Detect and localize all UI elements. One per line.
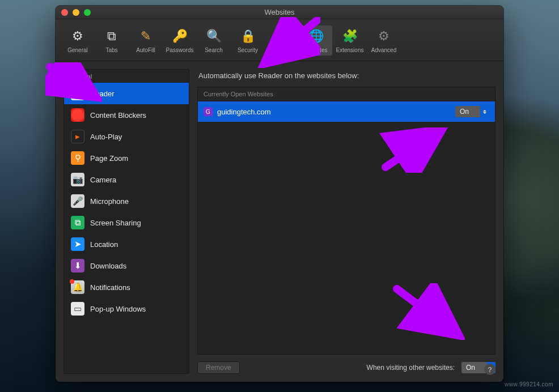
pagezoom-icon: ⚲	[71, 151, 84, 165]
sidebar: General ≡ReaderContent Blockers▸Auto-Pla…	[63, 69, 189, 374]
websites-table: Currently Open Websites Gguidingtech.com…	[197, 87, 496, 355]
screensharing-icon: ⧉	[71, 216, 84, 229]
close-button[interactable]	[61, 9, 68, 16]
sidebar-item-label: Reader	[90, 90, 115, 98]
tab-label: AutoFill	[136, 47, 155, 53]
minimize-button[interactable]	[73, 9, 79, 16]
tab-passwords[interactable]: 🔑Passwords	[163, 25, 196, 56]
tab-advanced[interactable]: ⚙Advanced	[367, 25, 400, 56]
traffic-lights	[61, 9, 91, 16]
contentblockers-icon	[71, 108, 84, 122]
sidebar-item-label: Auto-Play	[90, 133, 122, 141]
sidebar-item-screensharing[interactable]: ⧉Screen Sharing	[64, 212, 189, 233]
sidebar-item-pagezoom[interactable]: ⚲Page Zoom	[64, 147, 189, 169]
preferences-toolbar: ⚙General⧉Tabs✎AutoFill🔑Passwords🔍Search🔒…	[56, 19, 503, 61]
sidebar-item-popup[interactable]: ▭Pop-up Windows	[64, 298, 189, 319]
tab-label: Search	[205, 47, 223, 53]
footer-dropdown-value: On	[461, 364, 486, 372]
tab-label: Extensions	[336, 47, 364, 53]
window-body: General ≡ReaderContent Blockers▸Auto-Pla…	[56, 61, 503, 382]
window-title: Websites	[56, 8, 503, 16]
advanced-icon: ⚙	[375, 28, 392, 45]
sidebar-item-label: Microphone	[90, 197, 129, 206]
downloads-icon: ⬇	[71, 259, 84, 272]
sidebar-item-microphone[interactable]: 🎤Microphone	[64, 190, 189, 212]
privacy-icon: ✋	[273, 28, 290, 45]
help-button[interactable]: ?	[484, 364, 496, 375]
table-header: Currently Open Websites	[198, 87, 495, 101]
favicon-icon: G	[204, 107, 213, 116]
main-title: Automatically use Reader on the websites…	[198, 71, 494, 80]
popup-icon: ▭	[71, 302, 84, 316]
tabs-icon: ⧉	[103, 28, 120, 45]
websites-icon: 🌐	[307, 28, 324, 45]
search-icon: 🔍	[205, 28, 222, 45]
tab-label: Websites	[304, 47, 328, 53]
tab-search[interactable]: 🔍Search	[197, 25, 230, 56]
sidebar-section-header: General	[64, 70, 189, 83]
row-dropdown-value: On	[455, 108, 480, 116]
sidebar-item-label: Notifications	[90, 283, 130, 292]
tab-tabs[interactable]: ⧉Tabs	[95, 25, 128, 56]
location-icon: ➤	[71, 237, 84, 251]
reader-icon: ≡	[71, 87, 84, 100]
microphone-icon: 🎤	[71, 194, 84, 208]
maximize-button[interactable]	[84, 9, 91, 16]
updown-icon	[480, 106, 489, 117]
tab-privacy[interactable]: ✋Privacy	[265, 25, 298, 56]
tab-label: Passwords	[166, 47, 194, 53]
sidebar-item-downloads[interactable]: ⬇Downloads	[64, 255, 189, 276]
tab-general[interactable]: ⚙General	[61, 25, 94, 56]
table-row[interactable]: Gguidingtech.comOn	[198, 101, 495, 122]
tab-label: Security	[238, 47, 258, 53]
sidebar-item-location[interactable]: ➤Location	[64, 233, 189, 255]
footer-label: When visiting other websites:	[367, 364, 455, 372]
sidebar-item-label: Page Zoom	[90, 154, 128, 163]
sidebar-item-label: Location	[90, 240, 118, 249]
preferences-window: Websites ⚙General⧉Tabs✎AutoFill🔑Password…	[56, 6, 503, 382]
security-icon: 🔒	[239, 28, 256, 45]
footer-row: Remove When visiting other websites: On	[197, 361, 496, 374]
notifications-icon: 🔔	[71, 280, 84, 294]
general-icon: ⚙	[69, 28, 86, 45]
tab-extensions[interactable]: 🧩Extensions	[333, 25, 366, 56]
tab-websites[interactable]: 🌐Websites	[299, 25, 332, 56]
sidebar-item-notifications[interactable]: 🔔Notifications	[64, 276, 189, 298]
sidebar-item-label: Content Blockers	[90, 111, 146, 120]
sidebar-item-camera[interactable]: 📷Camera	[64, 169, 189, 190]
camera-icon: 📷	[71, 173, 84, 186]
extensions-icon: 🧩	[341, 28, 358, 45]
sidebar-item-reader[interactable]: ≡Reader	[64, 83, 189, 104]
sidebar-list: ≡ReaderContent Blockers▸Auto-Play⚲Page Z…	[64, 83, 189, 373]
site-name: guidingtech.com	[217, 108, 451, 116]
sidebar-item-contentblockers[interactable]: Content Blockers	[64, 104, 189, 126]
titlebar: Websites	[56, 6, 503, 19]
main-panel: Automatically use Reader on the websites…	[197, 69, 496, 374]
row-dropdown[interactable]: On	[455, 106, 489, 117]
tab-autofill[interactable]: ✎AutoFill	[129, 25, 162, 56]
sidebar-item-autoplay[interactable]: ▸Auto-Play	[64, 126, 189, 147]
sidebar-item-label: Camera	[90, 176, 116, 184]
watermark: www.999214.com	[505, 381, 553, 387]
autoplay-icon: ▸	[71, 130, 84, 143]
passwords-icon: 🔑	[171, 28, 188, 45]
autofill-icon: ✎	[137, 28, 154, 45]
tab-label: Advanced	[371, 47, 396, 53]
sidebar-item-label: Downloads	[90, 262, 126, 270]
sidebar-item-label: Pop-up Windows	[90, 305, 146, 313]
tab-security[interactable]: 🔒Security	[231, 25, 264, 56]
remove-button[interactable]: Remove	[197, 361, 240, 374]
tab-label: Privacy	[273, 47, 291, 53]
sidebar-item-label: Screen Sharing	[90, 219, 141, 227]
tab-label: Tabs	[105, 47, 117, 53]
tab-label: General	[67, 47, 88, 53]
